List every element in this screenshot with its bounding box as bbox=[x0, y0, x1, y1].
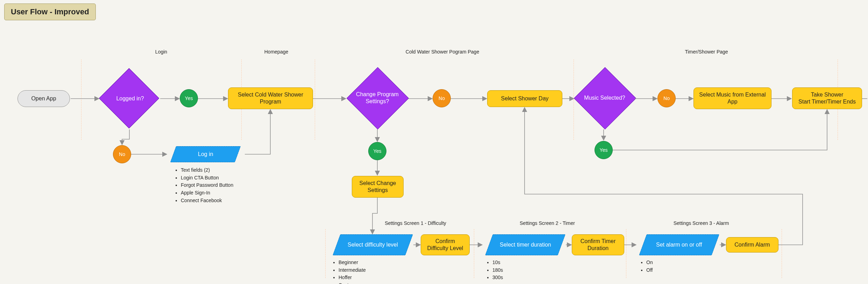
vsep bbox=[626, 229, 626, 278]
note-timer: 10s 180s 300s bbox=[485, 259, 503, 282]
node-no-3[interactable]: No bbox=[657, 89, 676, 107]
node-set-alarm[interactable]: Set alarm on or off bbox=[639, 234, 719, 255]
vsep bbox=[474, 229, 474, 278]
node-no-2[interactable]: No bbox=[433, 89, 451, 107]
node-yes-1[interactable]: Yes bbox=[180, 89, 198, 107]
node-select-music[interactable]: Select Music from External App bbox=[693, 87, 771, 109]
section-s1: Settings Screen 1 - Difficulty bbox=[385, 220, 446, 226]
vsep bbox=[574, 59, 574, 140]
node-select-change[interactable]: Select Change Settings bbox=[352, 176, 404, 198]
node-no-1[interactable]: No bbox=[113, 145, 131, 163]
node-login[interactable]: Log in bbox=[170, 146, 241, 162]
node-open-app[interactable]: Open App bbox=[17, 90, 70, 107]
node-select-program[interactable]: Select Cold Water Shower Program bbox=[228, 87, 313, 109]
section-program: Cold Water Shower Pogram Page bbox=[406, 49, 479, 55]
node-yes-2[interactable]: Yes bbox=[368, 142, 386, 160]
section-login: Login bbox=[155, 49, 167, 55]
note-alarm: On Off bbox=[639, 259, 653, 274]
vsep bbox=[81, 59, 81, 140]
vsep bbox=[315, 59, 315, 140]
vsep bbox=[782, 229, 782, 278]
section-s3: Settings Screen 3 - Alarm bbox=[674, 220, 729, 226]
section-homepage: Homepage bbox=[264, 49, 289, 55]
node-yes-3[interactable]: Yes bbox=[595, 141, 613, 159]
vsep bbox=[325, 229, 326, 278]
page-title: User Flow - Improved bbox=[4, 3, 96, 20]
node-select-difficulty[interactable]: Select difficulty level bbox=[333, 234, 413, 255]
node-take-shower[interactable]: Take Shower Start Timer/Timer Ends bbox=[792, 87, 862, 109]
node-confirm-timer[interactable]: Confirm Timer Duration bbox=[572, 234, 624, 255]
note-difficulty: Beginner Intermediate Hoffer Custom bbox=[332, 259, 366, 284]
flow-canvas: User Flow - Improved Login Homepage Cold… bbox=[0, 0, 868, 284]
section-s2: Settings Screen 2 - Timer bbox=[520, 220, 575, 226]
note-login: Text fields (2) Login CTA Button Forgot … bbox=[174, 166, 233, 204]
section-timer: Timer/Shower Page bbox=[685, 49, 728, 55]
node-confirm-difficulty[interactable]: Confirm Difficulty Level bbox=[421, 234, 470, 255]
node-confirm-alarm[interactable]: Confirm Alarm bbox=[726, 237, 778, 253]
node-select-timer[interactable]: Select timer duration bbox=[485, 234, 565, 255]
node-select-day[interactable]: Select Shower Day bbox=[487, 90, 562, 107]
